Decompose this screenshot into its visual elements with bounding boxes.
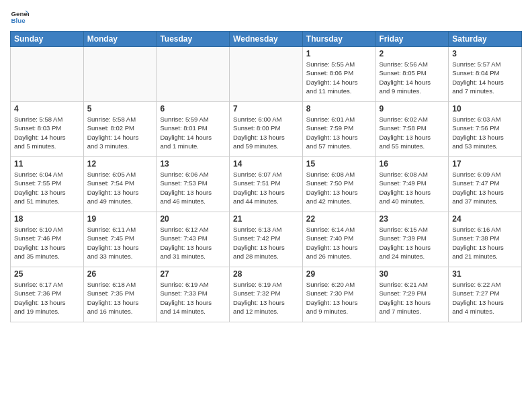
calendar-cell: 18Sunrise: 6:10 AM Sunset: 7:46 PM Dayli…	[11, 212, 84, 267]
day-number: 27	[160, 269, 226, 279]
day-number: 22	[306, 214, 372, 224]
day-info: Sunrise: 6:08 AM Sunset: 7:50 PM Dayligh…	[306, 170, 372, 205]
calendar-cell: 12Sunrise: 6:05 AM Sunset: 7:54 PM Dayli…	[83, 157, 157, 212]
day-number: 19	[87, 214, 153, 224]
day-number: 31	[452, 269, 518, 279]
day-info: Sunrise: 6:03 AM Sunset: 7:56 PM Dayligh…	[452, 115, 518, 150]
calendar-cell: 7Sunrise: 6:00 AM Sunset: 8:00 PM Daylig…	[230, 102, 303, 157]
calendar-cell: 26Sunrise: 6:18 AM Sunset: 7:35 PM Dayli…	[83, 267, 157, 322]
day-info: Sunrise: 6:01 AM Sunset: 7:59 PM Dayligh…	[306, 115, 372, 150]
calendar-table: SundayMondayTuesdayWednesdayThursdayFrid…	[10, 31, 522, 322]
day-number: 15	[306, 159, 372, 169]
calendar-week-row: 18Sunrise: 6:10 AM Sunset: 7:46 PM Dayli…	[11, 212, 522, 267]
day-number: 26	[87, 269, 153, 279]
day-number: 30	[380, 269, 445, 279]
calendar-cell	[83, 47, 157, 102]
day-info: Sunrise: 6:13 AM Sunset: 7:42 PM Dayligh…	[233, 225, 299, 261]
day-number: 8	[306, 104, 372, 113]
calendar-cell: 11Sunrise: 6:04 AM Sunset: 7:55 PM Dayli…	[11, 157, 84, 212]
day-info: Sunrise: 6:18 AM Sunset: 7:35 PM Dayligh…	[87, 280, 153, 316]
day-info: Sunrise: 6:10 AM Sunset: 7:46 PM Dayligh…	[14, 225, 80, 261]
day-info: Sunrise: 6:07 AM Sunset: 7:51 PM Dayligh…	[233, 170, 299, 205]
calendar-cell: 29Sunrise: 6:20 AM Sunset: 7:30 PM Dayli…	[302, 267, 375, 322]
day-number: 21	[233, 214, 299, 224]
calendar-week-row: 11Sunrise: 6:04 AM Sunset: 7:55 PM Dayli…	[11, 157, 522, 212]
day-number: 11	[14, 159, 80, 169]
calendar-cell	[157, 47, 230, 102]
calendar-cell: 1Sunrise: 5:55 AM Sunset: 8:06 PM Daylig…	[302, 47, 375, 102]
calendar-header-row: SundayMondayTuesdayWednesdayThursdayFrid…	[11, 32, 522, 47]
day-number: 5	[87, 104, 153, 113]
day-info: Sunrise: 5:56 AM Sunset: 8:05 PM Dayligh…	[380, 60, 445, 95]
day-info: Sunrise: 6:09 AM Sunset: 7:47 PM Dayligh…	[452, 170, 518, 205]
calendar-cell: 5Sunrise: 5:58 AM Sunset: 8:02 PM Daylig…	[83, 102, 157, 157]
header-monday: Monday	[83, 32, 157, 47]
svg-text:Blue: Blue	[11, 17, 26, 24]
day-info: Sunrise: 6:19 AM Sunset: 7:33 PM Dayligh…	[160, 280, 226, 316]
calendar-cell: 21Sunrise: 6:13 AM Sunset: 7:42 PM Dayli…	[230, 212, 303, 267]
calendar-week-row: 4Sunrise: 5:58 AM Sunset: 8:03 PM Daylig…	[11, 102, 522, 157]
day-info: Sunrise: 6:22 AM Sunset: 7:27 PM Dayligh…	[452, 280, 518, 316]
day-info: Sunrise: 6:05 AM Sunset: 7:54 PM Dayligh…	[87, 170, 153, 205]
header: General Blue	[10, 7, 522, 26]
page: General Blue SundayMondayTuesdayWednesda…	[0, 0, 532, 411]
day-info: Sunrise: 6:21 AM Sunset: 7:29 PM Dayligh…	[380, 280, 445, 316]
calendar-cell: 27Sunrise: 6:19 AM Sunset: 7:33 PM Dayli…	[157, 267, 230, 322]
day-number: 3	[452, 49, 518, 58]
day-info: Sunrise: 6:04 AM Sunset: 7:55 PM Dayligh…	[14, 170, 80, 205]
day-info: Sunrise: 6:11 AM Sunset: 7:45 PM Dayligh…	[87, 225, 153, 261]
calendar-cell: 9Sunrise: 6:02 AM Sunset: 7:58 PM Daylig…	[375, 102, 449, 157]
calendar-cell: 30Sunrise: 6:21 AM Sunset: 7:29 PM Dayli…	[375, 267, 449, 322]
day-number: 18	[14, 214, 80, 224]
day-info: Sunrise: 5:58 AM Sunset: 8:02 PM Dayligh…	[87, 115, 153, 150]
day-info: Sunrise: 6:20 AM Sunset: 7:30 PM Dayligh…	[306, 280, 372, 316]
calendar-cell: 20Sunrise: 6:12 AM Sunset: 7:43 PM Dayli…	[157, 212, 230, 267]
day-info: Sunrise: 6:12 AM Sunset: 7:43 PM Dayligh…	[160, 225, 226, 261]
calendar-cell	[11, 47, 84, 102]
day-info: Sunrise: 6:02 AM Sunset: 7:58 PM Dayligh…	[380, 115, 445, 150]
calendar-cell: 13Sunrise: 6:06 AM Sunset: 7:53 PM Dayli…	[157, 157, 230, 212]
header-friday: Friday	[375, 32, 449, 47]
day-number: 4	[14, 104, 80, 113]
calendar-cell: 2Sunrise: 5:56 AM Sunset: 8:05 PM Daylig…	[375, 47, 449, 102]
calendar-cell: 19Sunrise: 6:11 AM Sunset: 7:45 PM Dayli…	[83, 212, 157, 267]
calendar-cell: 3Sunrise: 5:57 AM Sunset: 8:04 PM Daylig…	[449, 47, 522, 102]
day-info: Sunrise: 6:19 AM Sunset: 7:32 PM Dayligh…	[233, 280, 299, 316]
calendar-cell: 22Sunrise: 6:14 AM Sunset: 7:40 PM Dayli…	[302, 212, 375, 267]
day-info: Sunrise: 6:00 AM Sunset: 8:00 PM Dayligh…	[233, 115, 299, 150]
logo-icon: General Blue	[10, 7, 29, 26]
day-number: 1	[306, 49, 372, 58]
calendar-cell: 6Sunrise: 5:59 AM Sunset: 8:01 PM Daylig…	[157, 102, 230, 157]
day-number: 7	[233, 104, 299, 113]
day-info: Sunrise: 5:57 AM Sunset: 8:04 PM Dayligh…	[452, 60, 518, 95]
day-number: 6	[160, 104, 226, 113]
day-info: Sunrise: 6:16 AM Sunset: 7:38 PM Dayligh…	[452, 225, 518, 261]
day-info: Sunrise: 6:14 AM Sunset: 7:40 PM Dayligh…	[306, 225, 372, 261]
day-info: Sunrise: 5:55 AM Sunset: 8:06 PM Dayligh…	[306, 60, 372, 95]
header-tuesday: Tuesday	[157, 32, 230, 47]
day-number: 28	[233, 269, 299, 279]
calendar-cell	[230, 47, 303, 102]
calendar-cell: 14Sunrise: 6:07 AM Sunset: 7:51 PM Dayli…	[230, 157, 303, 212]
calendar-cell: 16Sunrise: 6:08 AM Sunset: 7:49 PM Dayli…	[375, 157, 449, 212]
calendar-week-row: 25Sunrise: 6:17 AM Sunset: 7:36 PM Dayli…	[11, 267, 522, 322]
header-saturday: Saturday	[449, 32, 522, 47]
day-number: 25	[14, 269, 80, 279]
header-thursday: Thursday	[302, 32, 375, 47]
day-number: 13	[160, 159, 226, 169]
calendar-week-row: 1Sunrise: 5:55 AM Sunset: 8:06 PM Daylig…	[11, 47, 522, 102]
day-info: Sunrise: 5:58 AM Sunset: 8:03 PM Dayligh…	[14, 115, 80, 150]
calendar-cell: 15Sunrise: 6:08 AM Sunset: 7:50 PM Dayli…	[302, 157, 375, 212]
day-info: Sunrise: 6:17 AM Sunset: 7:36 PM Dayligh…	[14, 280, 80, 316]
day-number: 23	[380, 214, 445, 224]
day-number: 10	[452, 104, 518, 113]
day-info: Sunrise: 6:08 AM Sunset: 7:49 PM Dayligh…	[380, 170, 445, 205]
day-info: Sunrise: 5:59 AM Sunset: 8:01 PM Dayligh…	[160, 115, 226, 150]
calendar-cell: 25Sunrise: 6:17 AM Sunset: 7:36 PM Dayli…	[11, 267, 84, 322]
calendar-cell: 31Sunrise: 6:22 AM Sunset: 7:27 PM Dayli…	[449, 267, 522, 322]
calendar-cell: 17Sunrise: 6:09 AM Sunset: 7:47 PM Dayli…	[449, 157, 522, 212]
day-number: 29	[306, 269, 372, 279]
day-number: 9	[380, 104, 445, 113]
header-sunday: Sunday	[11, 32, 84, 47]
day-number: 16	[380, 159, 445, 169]
